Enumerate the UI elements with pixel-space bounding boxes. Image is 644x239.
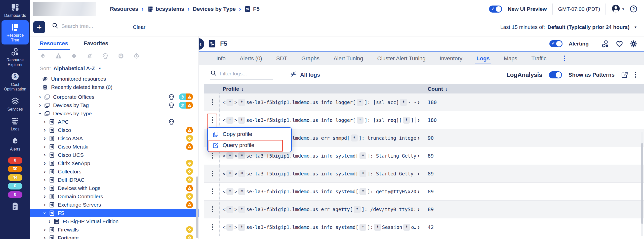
filter-chip-question-button[interactable]: ? <box>118 53 124 59</box>
expand-row-icon[interactable]: › <box>418 170 420 177</box>
tree-item-domain-controllers[interactable]: ›Domain Controllers <box>30 192 198 201</box>
tree-item-devices-with-logs[interactable]: ›Devices with Logs <box>30 184 198 192</box>
tree-item-recently-deleted-items-0[interactable]: Recently deleted items (0) <box>30 83 198 91</box>
tree-item-unmonitored-resources[interactable]: Unmonitored resources <box>30 75 198 83</box>
breadcrumb-item-devices-by-type[interactable]: Devices by Type <box>193 6 236 12</box>
chevron-right-icon[interactable]: › <box>42 135 48 142</box>
chevron-right-icon[interactable]: › <box>42 235 48 239</box>
row-actions-kebab-icon[interactable] <box>210 224 215 230</box>
tree-item-devices-by-tag[interactable]: ›Devices by Tag <box>30 101 198 109</box>
sdt-and-alert-badge[interactable] <box>179 102 193 109</box>
favorite-icon[interactable] <box>616 40 623 48</box>
chevron-right-icon[interactable]: › <box>42 119 48 125</box>
error-alert-badge[interactable] <box>186 127 193 133</box>
profile-column-header[interactable]: Profile ↓ <box>223 86 244 92</box>
filter-timer-button[interactable] <box>133 53 140 59</box>
sidebar-item-alerts[interactable]: Alerts <box>2 134 29 154</box>
tree-item-f5[interactable]: ›F5 <box>30 209 198 217</box>
warning-alert-badge[interactable] <box>186 193 193 200</box>
tab-graphs[interactable]: Graphs <box>301 52 319 65</box>
tree-item-exchange-servers[interactable]: ›Exchange Servers <box>30 201 198 209</box>
alert-badge-critical[interactable]: 0 <box>8 157 22 164</box>
expand-row-icon[interactable]: › <box>418 206 420 213</box>
row-actions-kebab-icon[interactable] <box>210 99 215 106</box>
context-menu-item-copy-profile[interactable]: Copy profile <box>208 129 291 140</box>
gear-icon[interactable] <box>630 40 637 48</box>
row-actions-kebab-icon[interactable] <box>210 152 215 159</box>
tree-item-citrix-xenapp[interactable]: ›Citrix XenApp <box>30 159 198 167</box>
filter-bell-slash-button[interactable] <box>87 53 93 59</box>
tab-logs[interactable]: Logs <box>476 52 490 65</box>
chevron-right-icon[interactable]: › <box>42 193 48 200</box>
alert-badge-warning[interactable]: 44 <box>8 174 22 181</box>
filter-warning-diamond-button[interactable] <box>71 53 77 59</box>
sidebar-item-dashboards[interactable]: Dashboards <box>2 1 29 20</box>
tree-tab-favorites[interactable]: Favorites <box>84 40 108 50</box>
help-icon[interactable]: ? <box>630 5 637 13</box>
sdt-and-alert-badge[interactable] <box>179 93 193 100</box>
expand-row-icon[interactable]: › <box>418 152 420 159</box>
table-scrollbar[interactable] <box>641 143 643 224</box>
tree-item-cisco[interactable]: ›Cisco <box>30 126 198 134</box>
show-as-patterns-toggle[interactable] <box>549 71 562 78</box>
resource-explorer-icon[interactable] <box>601 40 609 48</box>
sidebar-item-services[interactable]: Services <box>2 94 29 114</box>
tree-item-devices-by-type[interactable]: ›Devices by Type <box>30 109 198 118</box>
sidebar-item-logs[interactable]: Logs <box>2 114 29 133</box>
error-alert-badge[interactable] <box>186 185 193 192</box>
tab-traffic[interactable]: Traffic <box>531 52 546 65</box>
sidebar-item-resource-explorer[interactable]: Resource Explorer <box>2 45 29 69</box>
breadcrumb-item-bcsystems[interactable]: bcsystems <box>147 6 184 12</box>
expand-row-icon[interactable]: › <box>418 117 420 124</box>
expand-row-icon[interactable]: › <box>418 224 420 231</box>
sidebar-item-cost-optimization[interactable]: $Cost Optimization <box>2 70 29 94</box>
warning-alert-badge[interactable] <box>186 168 193 175</box>
alert-badge-error[interactable]: 30 <box>8 166 22 172</box>
tree-scrollbar[interactable] <box>196 176 198 238</box>
alert-badge-sdt[interactable]: 0 <box>8 183 22 189</box>
tab-sdt[interactable]: SDT <box>276 52 287 65</box>
error-alert-badge[interactable] <box>186 143 193 150</box>
breadcrumb-item-f5[interactable]: F5 <box>244 6 260 12</box>
time-range-selector[interactable]: Last 15 minutes of: Default (Typically p… <box>500 24 644 30</box>
chevron-right-icon[interactable]: › <box>37 94 43 100</box>
filter-skull-button[interactable] <box>102 53 108 59</box>
clipboard-icon[interactable] <box>11 202 19 212</box>
sort-value[interactable]: Alphabetical A-Z <box>53 65 95 71</box>
chevron-right-icon[interactable]: › <box>42 177 48 183</box>
warning-alert-badge[interactable] <box>186 234 193 239</box>
tree-item-corporate-offices[interactable]: ›Corporate Offices <box>30 93 198 101</box>
open-in-new-icon[interactable] <box>621 71 628 78</box>
chevron-right-icon[interactable]: › <box>42 160 48 167</box>
clear-button[interactable]: Clear <box>133 24 145 30</box>
tree-item-cisco-ucs[interactable]: ›Cisco UCS <box>30 151 198 159</box>
chevron-right-icon[interactable]: › <box>42 226 48 233</box>
new-ui-preview-toggle[interactable]: ✓ <box>489 6 502 13</box>
tree-item-f5-big-ip-virtual-edition[interactable]: ›F5 Big-IP Virtual Edition <box>30 217 198 225</box>
account-menu[interactable]: ▾ <box>611 4 624 14</box>
tree-tab-resources[interactable]: Resources <box>40 40 68 50</box>
tree-item-collectors[interactable]: ›Collectors <box>30 167 198 176</box>
chevron-down-icon[interactable]: › <box>37 110 43 117</box>
chevron-right-icon[interactable]: › <box>37 102 43 109</box>
all-logs-selector[interactable]: All logs <box>290 71 320 79</box>
tab-maps[interactable]: Maps <box>504 52 517 65</box>
filter-warning-triangle-button[interactable] <box>55 53 62 59</box>
tree-item-cisco-meraki[interactable]: ›Cisco Meraki <box>30 142 198 151</box>
tab-info[interactable]: Info <box>216 52 226 65</box>
error-alert-badge[interactable] <box>186 201 193 208</box>
alerting-toggle[interactable]: ✓ <box>549 40 562 47</box>
tree-item-dell-idrac[interactable]: ›Dell iDRAC <box>30 176 198 184</box>
warning-alert-badge[interactable] <box>186 176 193 183</box>
tab-alerts-0[interactable]: Alerts (0) <box>240 52 262 65</box>
logs-more-menu-icon[interactable] <box>635 72 636 78</box>
warning-alert-badge[interactable] <box>186 226 193 233</box>
tab-cluster-alert-tuning[interactable]: Cluster Alert Tuning <box>377 52 426 65</box>
tree-item-fortigate[interactable]: ›Fortigate <box>30 234 198 239</box>
tree-item-cisco-asa[interactable]: ›Cisco ASA <box>30 134 198 142</box>
chevron-right-icon[interactable]: › <box>42 152 48 158</box>
row-actions-kebab-icon[interactable] <box>210 117 215 123</box>
chevron-right-icon[interactable]: › <box>42 127 48 133</box>
tree-item-apc[interactable]: ›APC <box>30 118 198 126</box>
expand-row-icon[interactable]: › <box>418 134 420 141</box>
